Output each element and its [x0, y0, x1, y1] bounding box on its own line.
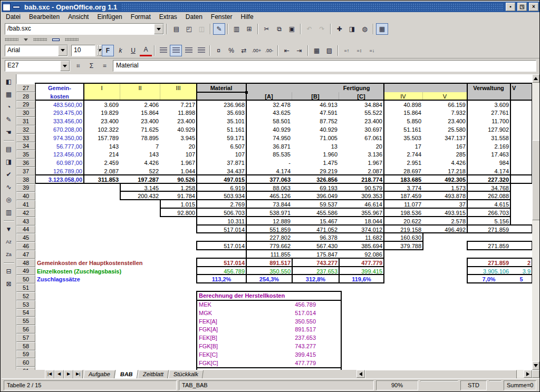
- menu-item-hilfe[interactable]: Hilfe: [237, 13, 258, 21]
- cell-D39[interactable]: 1.258: [160, 184, 197, 192]
- row-header-32[interactable]: 32: [16, 125, 35, 134]
- cell-G41[interactable]: 59.537: [292, 200, 339, 209]
- cell-H49[interactable]: 399.415: [339, 267, 384, 276]
- cell-G33[interactable]: 71.005: [292, 134, 339, 142]
- cell-I30[interactable]: 15.864: [384, 109, 423, 117]
- formula-input[interactable]: Material: [113, 60, 536, 72]
- cell-K36[interactable]: 984: [467, 159, 510, 167]
- menu-item-daten[interactable]: Daten: [181, 13, 207, 21]
- cell-G31[interactable]: 87.752: [292, 117, 339, 125]
- cell-F41[interactable]: 73.844: [246, 200, 292, 209]
- cell-B27[interactable]: I: [84, 84, 120, 92]
- row-header-61[interactable]: 61: [16, 367, 35, 370]
- sheet-tab-bab[interactable]: BAB: [115, 370, 138, 378]
- cell-G30[interactable]: 47.591: [292, 109, 339, 117]
- cell-K33[interactable]: 31.558: [467, 134, 510, 142]
- cell-G49[interactable]: 237.653: [292, 267, 339, 276]
- cell-H48[interactable]: 477.779: [339, 259, 384, 267]
- cell-H37[interactable]: 2.087: [339, 167, 384, 175]
- stylist-icon[interactable]: ◨: [3, 155, 15, 168]
- cell-A27[interactable]: Gemein-: [35, 84, 84, 92]
- cell-J37[interactable]: 17.218: [423, 167, 467, 175]
- cell-G45[interactable]: 96.378: [292, 233, 339, 242]
- cell-G34[interactable]: 13: [292, 142, 339, 151]
- first-sheet-button[interactable]: |◀: [45, 370, 54, 379]
- cell-E50[interactable]: 113,2%: [197, 275, 246, 283]
- row-header-37[interactable]: 37: [16, 167, 35, 175]
- cell-E41[interactable]: 2.769: [197, 200, 246, 209]
- bold-icon[interactable]: F: [102, 45, 114, 56]
- cell-K28[interactable]: [467, 92, 510, 101]
- cell-L28[interactable]: [510, 92, 532, 101]
- cell-E38[interactable]: 497.015: [197, 175, 246, 184]
- cell-I31[interactable]: 5.850: [384, 117, 423, 125]
- cell-D35[interactable]: 107: [160, 150, 197, 159]
- cell-H50[interactable]: 119,6%: [339, 275, 384, 283]
- cell-K30[interactable]: 27.761: [467, 109, 510, 117]
- cell-F49[interactable]: 350.550: [246, 267, 292, 276]
- cell-J33[interactable]: 347.137: [423, 134, 467, 142]
- cell-J30[interactable]: 7.932: [423, 109, 467, 117]
- status-zoom[interactable]: 90%: [376, 380, 418, 390]
- horizontal-scroll-track[interactable]: [517, 370, 524, 378]
- cell-I40[interactable]: 187.459: [384, 192, 423, 200]
- cell-I43[interactable]: 20.622: [384, 217, 423, 226]
- cell-B29[interactable]: 3.609: [84, 101, 120, 109]
- cell-B32[interactable]: 102.322: [84, 125, 120, 134]
- cell-E39[interactable]: 6.919: [197, 184, 246, 192]
- cell-J32[interactable]: 25.580: [423, 125, 467, 134]
- cell-A31[interactable]: 333.456,00: [35, 117, 84, 125]
- cell-C39[interactable]: 3.145: [120, 184, 160, 192]
- cell-E48[interactable]: 517.014: [197, 259, 246, 267]
- cell-A37[interactable]: 126.789,00: [35, 167, 84, 175]
- row-header-46[interactable]: 46: [16, 242, 35, 250]
- cell-J42[interactable]: 493.915: [423, 209, 467, 217]
- cell-A33[interactable]: 974.350,00: [35, 134, 84, 142]
- cell-G35[interactable]: 1.960: [292, 150, 339, 159]
- cell-I33[interactable]: 35.503: [384, 134, 423, 142]
- cell-H47[interactable]: 92.086: [339, 250, 384, 259]
- cell-K35[interactable]: 17.463: [467, 150, 510, 159]
- cell-I41[interactable]: 11.077: [384, 200, 423, 209]
- menu-item-fenster[interactable]: Fenster: [207, 13, 237, 21]
- selected-cell-outline[interactable]: [196, 83, 247, 93]
- fill-handle[interactable]: [245, 91, 248, 94]
- cell-E49[interactable]: 456.789: [197, 267, 246, 276]
- cell-G38[interactable]: 326.856: [292, 175, 339, 184]
- row-header-44[interactable]: 44: [16, 226, 35, 234]
- row-header-58[interactable]: 58: [16, 342, 35, 350]
- delete-decimal-icon[interactable]: .00-: [263, 45, 275, 56]
- font-color-icon[interactable]: A: [140, 45, 152, 56]
- cell-E36[interactable]: 37.871: [197, 159, 246, 167]
- font-name-combobox[interactable]: Arial: [5, 45, 68, 56]
- percent-format-icon[interactable]: %: [225, 45, 237, 56]
- form-functions-icon[interactable]: ☚: [3, 126, 15, 138]
- row-header-36[interactable]: 36: [16, 159, 35, 167]
- name-box[interactable]: E27: [5, 60, 70, 72]
- drag-handle[interactable]: [65, 38, 79, 41]
- align-right-icon[interactable]: [182, 45, 195, 56]
- row-header-50[interactable]: 50: [16, 275, 35, 283]
- cell-C37[interactable]: 522: [120, 167, 160, 175]
- cell-G46[interactable]: 567.430: [292, 242, 339, 250]
- cell-F46[interactable]: 779.662: [246, 242, 292, 250]
- row-header-30[interactable]: 30: [16, 109, 35, 117]
- cell-I38[interactable]: 183.685: [384, 175, 423, 184]
- menu-item-format[interactable]: Format: [127, 13, 155, 21]
- cell-A34[interactable]: 56.777,00: [35, 142, 84, 151]
- cell-J39[interactable]: 1.573: [423, 184, 467, 192]
- cell-C31[interactable]: 23.400: [120, 117, 160, 125]
- cell-A50[interactable]: Zuschlagssätze: [35, 275, 197, 283]
- cell-H34[interactable]: 20: [339, 142, 384, 151]
- cell-H33[interactable]: 67.061: [339, 134, 384, 142]
- stylist-icon[interactable]: ◨: [346, 23, 358, 35]
- cell-H46[interactable]: 385.694: [339, 242, 384, 250]
- cell-F29[interactable]: 32.478: [246, 101, 292, 109]
- cell-K46[interactable]: 271.859: [467, 242, 510, 250]
- cell-C35[interactable]: 143: [120, 150, 160, 159]
- cell-F37[interactable]: 4.174: [246, 167, 292, 175]
- cell-C34[interactable]: 7: [120, 142, 160, 151]
- row-header-33[interactable]: 33: [16, 134, 35, 142]
- row-header-60[interactable]: 60: [16, 358, 35, 367]
- cell-F34[interactable]: 36.871: [246, 142, 292, 151]
